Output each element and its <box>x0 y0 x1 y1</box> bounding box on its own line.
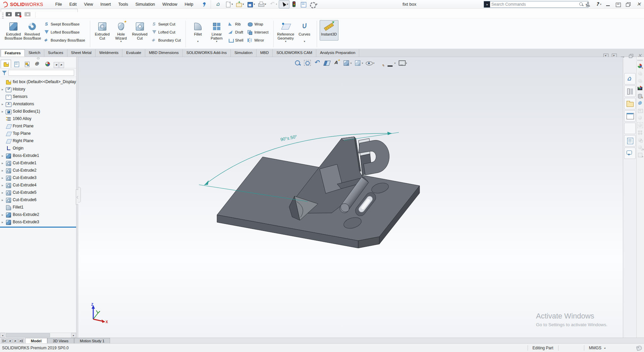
swept-cut-button[interactable]: Swept Cut <box>151 20 183 28</box>
expand-arrow-icon[interactable]: ▸ <box>2 102 6 106</box>
fillet-button[interactable]: Fillet▾ <box>189 20 207 43</box>
document-restore-button[interactable] <box>629 50 634 55</box>
menu-item[interactable]: View <box>80 1 96 8</box>
tree-item-annotations[interactable]: ▸Annotations <box>0 100 76 108</box>
intersect-button[interactable]: Intersect <box>247 28 270 36</box>
expand-arrow-icon[interactable]: ▸ <box>2 169 6 172</box>
tree-item-cut-extrude4[interactable]: ▸Cut-Extrude4 <box>0 181 76 189</box>
tree-item-sensors[interactable]: ▸Sensors <box>0 93 76 100</box>
dimxpertmanager-tab[interactable] <box>32 60 42 68</box>
render-options-icon[interactable] <box>638 130 643 135</box>
units-tag-icon[interactable] <box>636 345 642 350</box>
tree-item-material-1060-alloy[interactable]: ▸1060 Alloy <box>0 115 76 122</box>
menu-item[interactable]: Edit <box>66 1 80 8</box>
hide-show-items-button[interactable]: ▾ <box>365 59 375 67</box>
tab-3d-views[interactable]: 3D Views <box>47 338 74 343</box>
displaymanager-tab[interactable] <box>42 60 53 68</box>
tree-item-fillet1[interactable]: ▸Fillet1 <box>0 203 76 211</box>
tab-simulation[interactable]: Simulation <box>231 49 257 57</box>
tree-item-history[interactable]: ▸History <box>0 85 76 93</box>
swept-boss-base-button[interactable]: Swept Boss/Base <box>43 20 87 28</box>
restore-window-button[interactable]: ▾ <box>624 1 633 8</box>
taskpane-forum-tab[interactable] <box>624 148 636 159</box>
tree-item-front-plane[interactable]: ▸Front Plane <box>0 122 76 130</box>
featuremanager-design-tree-tab[interactable] <box>1 60 11 68</box>
graphics-viewport[interactable]: ▾▾▾▾▾▾▾▾▾▾▾ <box>78 57 623 338</box>
panel-collapse-handle[interactable] <box>78 187 81 202</box>
dropdown-caret-icon[interactable]: ▾ <box>265 3 266 6</box>
instant3d-button[interactable]: Instant3D▾ <box>320 20 338 41</box>
tab-model[interactable]: Model <box>25 338 47 343</box>
hide-show-annotations-button[interactable]: ▾ <box>332 59 341 67</box>
mirror-button[interactable]: Mirror <box>247 36 270 44</box>
tree-item-boss-extrude2[interactable]: ▸Boss-Extrude2 <box>0 211 76 218</box>
taskpane-view-palette-tab[interactable] <box>624 110 636 122</box>
lofted-cut-button[interactable]: Lofted Cut <box>151 28 183 36</box>
panel-splitter-grip[interactable] <box>0 57 76 60</box>
tree-item-origin[interactable]: ▸Origin <box>0 144 76 152</box>
search-input[interactable] <box>491 2 579 7</box>
scrollbar-track[interactable] <box>5 333 71 338</box>
edit-decal-icon[interactable] <box>638 93 643 99</box>
scroll-left-icon[interactable]: ◂ <box>0 333 5 338</box>
shell-button[interactable]: Shell <box>227 36 245 44</box>
expand-arrow-icon[interactable]: ▸ <box>2 110 6 113</box>
capture-options-button[interactable] <box>24 11 31 18</box>
taskpane-custom-properties-tab[interactable] <box>624 135 636 146</box>
taskpane-design-library-tab[interactable] <box>624 85 636 97</box>
camera-preview-icon[interactable] <box>638 108 643 113</box>
screen-capture-button[interactable] <box>6 11 12 18</box>
rebuild-button[interactable]: ▾ <box>290 0 299 8</box>
expand-arrow-icon[interactable]: ▸ <box>2 198 6 202</box>
tree-item-solid-bodies[interactable]: ▸Solid Bodies(1) <box>0 108 76 115</box>
edit-appearance-button[interactable]: ▾ <box>376 59 385 67</box>
close-window-button[interactable]: ▾ <box>634 1 643 8</box>
scrollbar-thumb[interactable] <box>6 333 50 337</box>
expand-arrow-icon[interactable]: ▸ <box>2 154 6 158</box>
paste-appearance-icon[interactable] <box>638 78 643 84</box>
dropdown-caret-icon[interactable]: ▾ <box>243 3 244 6</box>
first-tab-button[interactable] <box>1 339 7 343</box>
tree-item-cut-extrude2[interactable]: ▸Cut-Extrude2 <box>0 167 76 174</box>
menu-item[interactable]: Help <box>181 1 197 8</box>
tab-solidworks-add-ins[interactable]: SOLIDWORKS Add-Ins <box>183 49 231 57</box>
home-button[interactable]: ▾ <box>214 0 223 8</box>
previous-view-button[interactable]: ▾ <box>313 59 321 67</box>
tree-item-boss-extrude3[interactable]: ▸Boss-Extrude3 <box>0 218 76 226</box>
taskpane-home-tab[interactable] <box>624 73 636 84</box>
propertymanager-tab[interactable] <box>11 60 21 68</box>
hole-wizard-button[interactable]: HoleWizard▾ <box>112 20 130 43</box>
expand-arrow-icon[interactable]: ▸ <box>2 161 6 165</box>
boundary-cut-button[interactable]: Boundary Cut <box>151 36 183 44</box>
taskpane-appearances-scenes-tab[interactable] <box>624 123 636 134</box>
reference-geometry-button[interactable]: ReferenceGeometry▾ <box>276 20 295 43</box>
menu-item[interactable]: Simulation <box>132 1 158 8</box>
taskpane-file-explorer-tab[interactable] <box>624 98 636 109</box>
render-sphere-icon[interactable] <box>638 115 643 121</box>
render-settings-icon[interactable] <box>638 137 643 143</box>
zoom-to-area-button[interactable]: ▾ <box>303 59 312 67</box>
expand-arrow-icon[interactable]: ▸ <box>2 191 6 194</box>
copy-appearance-icon[interactable] <box>638 71 643 76</box>
pushpin-icon[interactable] <box>201 1 207 7</box>
dropdown-caret-icon[interactable]: ▾ <box>254 3 255 6</box>
tree-item-top-plane[interactable]: ▸Top Plane <box>0 130 76 137</box>
tree-item-cut-extrude1[interactable]: ▸Cut-Extrude1 <box>0 159 76 167</box>
tree-item-cut-extrude5[interactable]: ▸Cut-Extrude5 <box>0 189 76 196</box>
options-list-button[interactable]: ▾ <box>299 0 308 8</box>
extruded-boss-base-button[interactable]: ExtrudedBoss/Base▾ <box>4 20 23 41</box>
tab-mbd-dimensions[interactable]: MBD Dimensions <box>145 49 183 57</box>
lofted-boss-base-button[interactable]: Lofted Boss/Base <box>43 28 87 36</box>
funnel-filter-icon[interactable] <box>2 70 7 75</box>
toolbar-drag-handle[interactable] <box>638 60 643 61</box>
expand-arrow-icon[interactable]: ▸ <box>2 176 6 180</box>
document-minimize-button[interactable] <box>620 50 625 55</box>
new-document-button[interactable]: ▾ <box>223 0 234 8</box>
zoom-to-fit-button[interactable]: ▾ <box>293 59 302 67</box>
view-orientation-button[interactable]: ▾ <box>342 59 352 67</box>
extruded-cut-button[interactable]: ExtrudedCut▾ <box>93 20 112 43</box>
previous-tab-button[interactable] <box>7 339 12 343</box>
boundary-boss-base-button[interactable]: Boundary Boss/Base <box>43 36 87 44</box>
last-tab-button[interactable] <box>18 339 24 343</box>
expand-arrow-icon[interactable]: ▸ <box>2 220 6 224</box>
